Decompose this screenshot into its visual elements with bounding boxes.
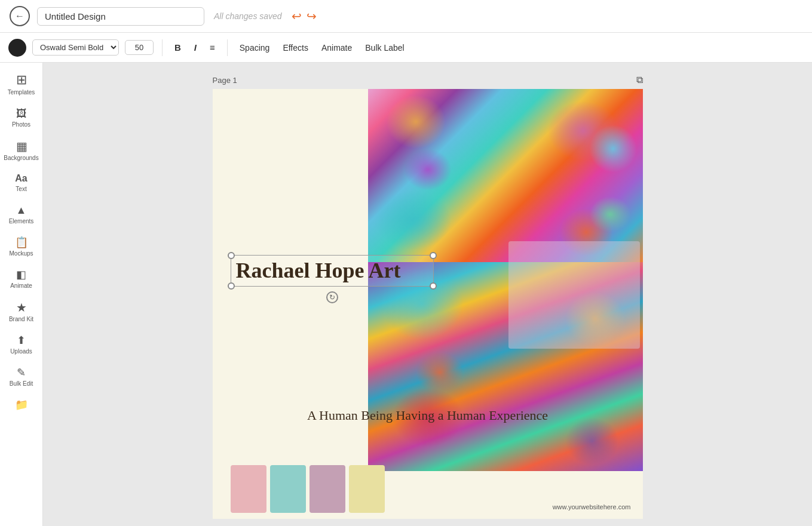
art-blob-4: [374, 190, 452, 250]
sidebar-item-text[interactable]: Aa Text: [2, 169, 41, 198]
swatches-row: [231, 465, 385, 513]
animate-icon: ◧: [16, 269, 26, 280]
bold-button[interactable]: B: [171, 40, 185, 55]
swatch-3[interactable]: [310, 465, 345, 513]
art-blob-3: [386, 95, 446, 149]
text-icon: Aa: [15, 174, 27, 183]
top-bar: ← All changes saved ↩ ↪: [0, 0, 812, 33]
sidebar-label-photos: Photos: [12, 121, 30, 128]
sidebar-label-backgrounds: Backgrounds: [4, 155, 38, 162]
brand-kit-icon: ★: [16, 302, 27, 313]
align-button[interactable]: ≡: [206, 40, 219, 55]
sidebar-label-mockups: Mockups: [9, 250, 33, 257]
sidebar-item-uploads[interactable]: ⬆ Uploads: [2, 330, 41, 360]
sidebar-item-backgrounds[interactable]: ▦ Backgrounds: [2, 136, 41, 167]
overlay-box: [508, 241, 640, 349]
art-blob-b5: [416, 352, 464, 393]
swatch-4[interactable]: [349, 465, 385, 513]
art-blob-7: [589, 196, 631, 232]
sidebar-item-mockups[interactable]: 📋 Mockups: [2, 232, 41, 262]
sidebar-label-templates: Templates: [8, 89, 35, 96]
sidebar-item-folder[interactable]: 📁: [2, 395, 41, 415]
sidebar-label-bulk-edit: Bulk Edit: [10, 380, 33, 387]
handle-bottom-left[interactable]: [228, 282, 235, 290]
undo-redo-group: ↩ ↪: [292, 9, 317, 23]
main-area: ⊞ Templates 🖼 Photos ▦ Backgrounds Aa Te…: [0, 63, 812, 526]
art-image-top: [368, 89, 643, 262]
animate-button[interactable]: Animate: [318, 41, 356, 55]
sidebar-label-text: Text: [16, 186, 26, 193]
sidebar-item-animate[interactable]: ◧ Animate: [2, 264, 41, 294]
photos-icon: 🖼: [16, 108, 27, 119]
mockups-icon: 📋: [15, 237, 28, 248]
expand-button[interactable]: ⧉: [636, 75, 643, 85]
spacing-button[interactable]: Spacing: [236, 41, 274, 55]
back-icon: ←: [15, 11, 24, 21]
elements-icon: ▲: [16, 205, 27, 216]
italic-button[interactable]: I: [191, 40, 200, 55]
main-title[interactable]: Rachael Hope Art: [236, 259, 401, 282]
redo-button[interactable]: ↪: [307, 9, 317, 23]
swatch-2[interactable]: [270, 465, 306, 513]
left-sidebar: ⊞ Templates 🖼 Photos ▦ Backgrounds Aa Te…: [0, 63, 43, 526]
rotate-handle[interactable]: ↻: [326, 291, 338, 303]
swatch-1[interactable]: [231, 465, 266, 513]
subtitle-text[interactable]: A Human Being Having a Human Experience: [213, 408, 643, 423]
sidebar-label-brand-kit: Brand Kit: [9, 316, 33, 323]
back-button[interactable]: ←: [10, 6, 30, 26]
title-input[interactable]: [37, 7, 204, 26]
sidebar-item-elements[interactable]: ▲ Elements: [2, 200, 41, 230]
uploads-icon: ⬆: [17, 335, 26, 346]
art-blob-b4: [565, 417, 619, 465]
canvas-page[interactable]: Rachael Hope Art ↻ A Human Being Having …: [213, 89, 643, 519]
sidebar-item-templates[interactable]: ⊞ Templates: [2, 69, 41, 101]
bulk-label-button[interactable]: Bulk Label: [361, 41, 407, 55]
divider-2: [227, 39, 228, 56]
effects-button[interactable]: Effects: [279, 41, 312, 55]
bulk-edit-icon: ✎: [17, 367, 26, 378]
sidebar-item-brand-kit[interactable]: ★ Brand Kit: [2, 297, 41, 328]
page-label-row: Page 1 ⧉: [213, 75, 643, 85]
sidebar-label-animate: Animate: [10, 282, 32, 290]
undo-button[interactable]: ↩: [292, 9, 302, 23]
folder-icon: 📁: [15, 399, 28, 410]
page-label: Page 1: [213, 76, 237, 85]
sidebar-item-bulk-edit[interactable]: ✎ Bulk Edit: [2, 362, 41, 392]
handle-bottom-right[interactable]: [430, 282, 437, 290]
selection-box: Rachael Hope Art: [231, 255, 434, 287]
formatting-toolbar: Oswald Semi Bold B I ≡ Spacing Effects A…: [0, 33, 812, 63]
font-family-select[interactable]: Oswald Semi Bold: [32, 39, 119, 56]
saved-status: All changes saved: [214, 11, 282, 21]
sidebar-label-uploads: Uploads: [10, 348, 32, 355]
sidebar-label-elements: Elements: [9, 218, 34, 225]
backgrounds-icon: ▦: [16, 140, 27, 152]
color-picker[interactable]: [8, 39, 26, 57]
handle-top-right[interactable]: [430, 252, 437, 259]
divider-1: [162, 39, 163, 56]
sidebar-item-photos[interactable]: 🖼 Photos: [2, 103, 41, 133]
font-size-input[interactable]: [125, 40, 154, 55]
art-blob-6: [404, 149, 452, 190]
text-heading-wrapper[interactable]: Rachael Hope Art ↻: [231, 255, 434, 287]
handle-top-left[interactable]: [228, 252, 235, 259]
art-blob-2: [589, 125, 637, 173]
website-url: www.yourwebsitehere.com: [553, 503, 631, 510]
templates-icon: ⊞: [16, 73, 27, 87]
canvas-area: Page 1 ⧉: [43, 63, 812, 526]
